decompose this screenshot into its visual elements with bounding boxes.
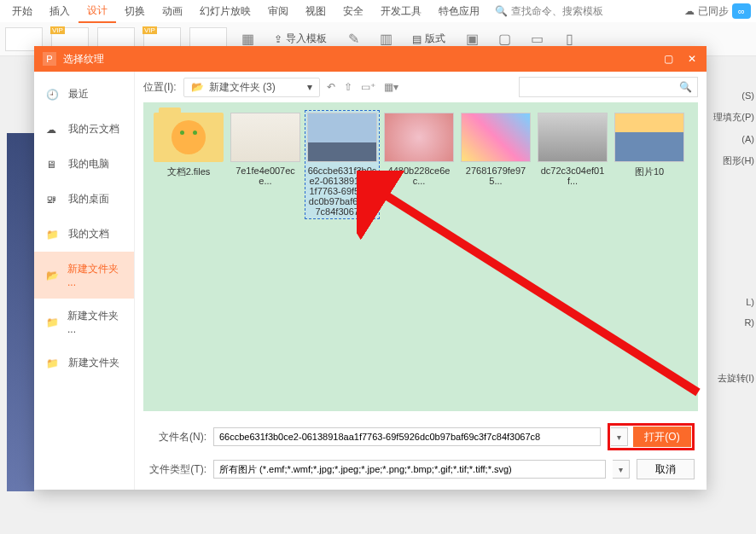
tab-slideshow[interactable]: 幻灯片放映 [191, 1, 259, 22]
search-icon: 🔍 [679, 81, 692, 93]
folder-icon: 📂 [46, 270, 59, 282]
tab-view[interactable]: 视图 [297, 1, 334, 22]
format-panel: (S) 理填充(P) (A) 图形(H) L) R) 去旋转(I) [705, 85, 756, 390]
location-dropdown[interactable]: 📂 新建文件夹 (3) ▾ [183, 78, 320, 97]
tab-design[interactable]: 设计 [79, 0, 116, 23]
file-grid: 文档2.files 7e1fe4e007ece... 66ccbe631f3b0… [143, 102, 698, 411]
page-icon: ▤ [412, 33, 422, 45]
image-thumb [538, 113, 608, 162]
chevron-down-icon: ▾ [307, 81, 312, 93]
new-folder-icon[interactable]: ▭⁺ [361, 81, 375, 93]
file-item-folder[interactable]: 文档2.files [152, 111, 225, 218]
import-icon: ⇪ [274, 33, 282, 45]
dialog-sidebar: 🕘最近 ☁我的云文档 🖥我的电脑 🖳我的桌面 📁我的文档 📂新建文件夹 ... … [34, 72, 135, 490]
search-input[interactable]: 🔍 [519, 77, 698, 97]
dialog-titlebar: P 选择纹理 ▢ ✕ [34, 46, 707, 72]
back-icon[interactable]: ↶ [327, 81, 335, 93]
sidebar-newfolder[interactable]: 📁新建文件夹 ... [34, 299, 134, 345]
folder-thumb [154, 113, 224, 162]
filetype-input[interactable] [213, 460, 606, 479]
file-item[interactable]: 4480b228ce6ec... [382, 111, 456, 218]
sync-status[interactable]: ☁ 已同步 ∞ [684, 3, 756, 19]
image-thumb [614, 113, 684, 162]
filename-input[interactable] [213, 427, 601, 446]
location-bar: 位置(I): 📂 新建文件夹 (3) ▾ ↶ ⇧ ▭⁺ ▦▾ 🔍 [135, 72, 707, 102]
dialog-title-text: 选择纹理 [63, 52, 104, 67]
pc-icon: 🖥 [46, 159, 60, 171]
sync-badge-icon: ∞ [732, 3, 751, 19]
ribbon-search[interactable]: 🔍 查找命令、搜索模板 [495, 4, 603, 19]
cancel-button[interactable]: 取消 [637, 459, 695, 479]
desktop-icon: 🖳 [46, 194, 60, 206]
ribbon-tabs: 开始 插入 设计 切换 动画 幻灯片放映 审阅 视图 安全 开发工具 特色应用 … [0, 0, 756, 22]
filetype-dropdown[interactable]: ▾ [613, 460, 630, 479]
filename-dropdown[interactable]: ▾ [611, 427, 628, 446]
image-thumb [461, 113, 531, 162]
file-dialog: P 选择纹理 ▢ ✕ 🕘最近 ☁我的云文档 🖥我的电脑 🖳我的桌面 📁我的文档 … [34, 46, 707, 490]
tab-security[interactable]: 安全 [334, 1, 372, 22]
filename-label: 文件名(N): [147, 430, 206, 444]
cloud-icon: ☁ [46, 124, 60, 136]
file-item-selected[interactable]: 66ccbe631f3b0ce2-06138918aa1f7763-69f592… [305, 111, 379, 218]
cloud-icon: ☁ [684, 5, 695, 17]
sidebar-newfolder[interactable]: 📁新建文件夹 [34, 345, 134, 380]
clock-icon: 🕘 [46, 89, 60, 101]
tab-start[interactable]: 开始 [3, 1, 41, 22]
image-thumb [230, 113, 300, 162]
tab-transition[interactable]: 切换 [116, 1, 154, 22]
sidebar-docs[interactable]: 📁我的文档 [34, 217, 134, 252]
close-button[interactable]: ✕ [686, 53, 698, 65]
location-label: 位置(I): [143, 80, 177, 95]
maximize-button[interactable]: ▢ [662, 53, 674, 65]
view-icon[interactable]: ▦▾ [384, 81, 398, 93]
filetype-label: 文件类型(T): [147, 462, 206, 477]
tab-insert[interactable]: 插入 [41, 1, 79, 22]
up-icon[interactable]: ⇧ [344, 81, 352, 93]
image-thumb [307, 113, 377, 162]
file-item[interactable]: 7e1fe4e007ece... [229, 111, 302, 218]
open-highlight: ▾ 打开(O) [608, 423, 695, 450]
sidebar-cloud[interactable]: ☁我的云文档 [34, 112, 134, 147]
tab-devtools[interactable]: 开发工具 [372, 1, 430, 22]
open-button[interactable]: 打开(O) [633, 427, 691, 447]
search-placeholder: 查找命令、搜索模板 [511, 4, 603, 19]
slide-preview [7, 133, 34, 491]
tab-special[interactable]: 特色应用 [430, 1, 488, 22]
folder-icon: 📂 [191, 81, 204, 93]
file-item[interactable]: 27681679fe975... [459, 111, 532, 218]
tab-animation[interactable]: 动画 [154, 1, 191, 22]
sidebar-desktop[interactable]: 🖳我的桌面 [34, 182, 134, 217]
sidebar-mypc[interactable]: 🖥我的电脑 [34, 147, 134, 182]
sidebar-recent[interactable]: 🕘最近 [34, 77, 134, 112]
dialog-inputs: 文件名(N): ▾ 打开(O) 文件类型(T): ▾ 取消 [135, 418, 707, 490]
file-item[interactable]: dc72c3c04ef01f... [536, 111, 609, 218]
file-item[interactable]: 图片10 [613, 111, 686, 218]
tab-review[interactable]: 审阅 [259, 1, 297, 22]
sidebar-newfolder-active[interactable]: 📂新建文件夹 ... [34, 252, 134, 299]
app-icon: P [43, 52, 56, 66]
folder-icon: 📁 [46, 316, 59, 328]
folder-icon: 📁 [46, 229, 60, 241]
folder-icon: 📁 [46, 357, 60, 369]
svg-line-0 [374, 188, 698, 392]
image-thumb [384, 113, 454, 162]
search-icon: 🔍 [495, 5, 508, 17]
